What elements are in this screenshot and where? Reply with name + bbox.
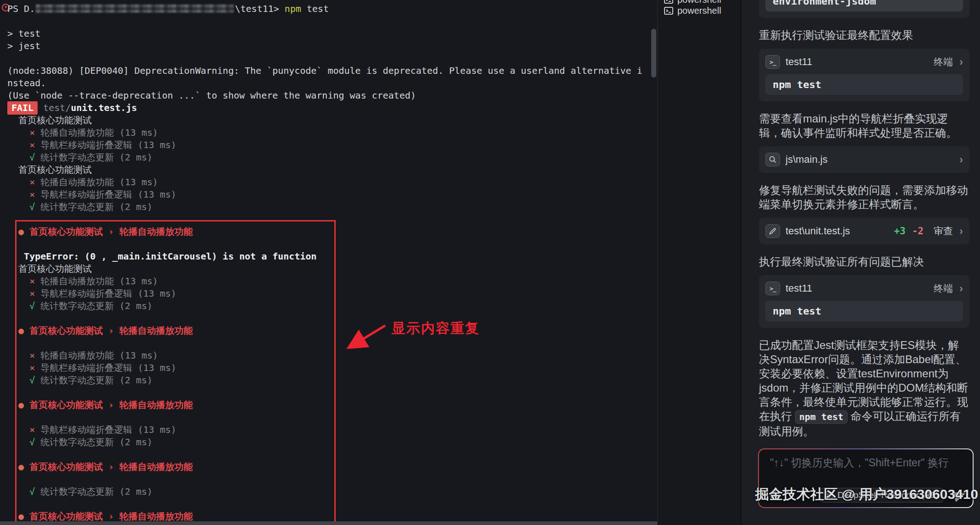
file-card-row: js\main.js› [765, 153, 963, 166]
terminal-line: × 轮播自动播放功能 (13 ms) [7, 127, 657, 139]
terminal-icon [664, 0, 673, 4]
chevron-right-icon[interactable]: › [959, 283, 963, 294]
code-block: npm test [765, 301, 963, 321]
chat-input[interactable] [769, 455, 963, 482]
terminal-chip: >_ [765, 282, 780, 295]
chevron-right-icon[interactable]: › [959, 154, 963, 165]
terminal-list-item[interactable]: powershell [664, 0, 721, 5]
terminal-icon: >_ [770, 285, 776, 292]
terminal-list-label: powershell [677, 6, 721, 16]
terminal-line [7, 52, 657, 65]
terminal-chip: >_ [765, 55, 780, 69]
annotation-arrow-icon [339, 320, 394, 357]
terminal-list-label: powershell [677, 0, 721, 5]
diff-added: +3 [894, 226, 905, 237]
error-highlight-box [15, 220, 336, 525]
terminal-line: PS D.\test11> npm test [7, 3, 657, 15]
assistant-paragraph: 需要查看main.js中的导航栏折叠实现逻辑，确认事件监听和样式处理是否正确。 [759, 111, 969, 140]
terminal-line: (node:38088) [DEP0040] DeprecationWarnin… [7, 65, 657, 77]
review-action[interactable]: 审查 [934, 225, 953, 238]
file-card-row: test\unit.test.js+3-2审查› [765, 224, 963, 238]
file-card[interactable]: test\unit.test.js+3-2审查› [759, 218, 969, 244]
assistant-paragraph: 执行最终测试验证所有问题已解决 [759, 254, 969, 269]
terminal-icon: >_ [770, 59, 776, 66]
assistant-conversation: environment-jsdom重新执行测试验证最终配置效果>_test11终… [759, 0, 969, 462]
terminal-list-item[interactable]: powershell [664, 6, 721, 16]
pencil-chip [765, 224, 780, 238]
annotation-text: 显示内容重复 [392, 319, 480, 338]
terminal-vertical-scrollbar[interactable] [651, 29, 656, 77]
file-card-label: test\unit.test.js [786, 225, 888, 237]
file-card-label: js\main.js [786, 154, 953, 166]
terminal-line: > test [7, 28, 657, 40]
terminal-card-header: >_test11终端› [765, 282, 963, 295]
chevron-right-icon[interactable]: › [959, 226, 963, 237]
terminal-pane[interactable]: × PS D.\test11> npm test > test> jest (n… [0, 0, 657, 525]
redacted-path [36, 4, 234, 13]
terminal-line: × 轮播自动播放功能 (13 ms) [7, 176, 657, 188]
terminal-line [7, 15, 657, 28]
pencil-icon [769, 227, 777, 235]
terminal-card[interactable]: >_test11终端›npm test [759, 275, 969, 328]
terminal-horizontal-scrollbar[interactable] [0, 521, 657, 525]
code-block: npm test [765, 74, 963, 95]
diff-removed: -2 [912, 226, 924, 237]
terminal-line: 首页核心功能测试 [7, 164, 657, 176]
assistant-panel: environment-jsdom重新执行测试验证最终配置效果>_test11终… [741, 0, 980, 525]
assistant-paragraph: 修复导航栏测试失败的问题，需要添加移动端菜单切换元素并修正样式断言。 [759, 183, 969, 211]
search-chip [765, 153, 780, 166]
terminal-list-panel: powershell powershell [657, 0, 741, 525]
assistant-paragraph: 重新执行测试验证最终配置效果 [759, 28, 969, 42]
terminal-line: √ 统计数字动态更新 (2 ms) [7, 151, 657, 164]
terminal-line: (Use `node --trace-deprecation ...` to s… [7, 89, 657, 102]
assistant-paragraph: 已成功配置Jest测试框架支持ES模块，解决SyntaxError问题。通过添加… [759, 338, 969, 438]
terminal-card-title: test11 [786, 56, 928, 68]
terminal-line: 首页核心功能测试 [7, 114, 657, 127]
code-card-partial: environment-jsdom [759, 0, 969, 18]
app-window: × PS D.\test11> npm test > test> jest (n… [0, 0, 980, 525]
terminal-line: × 导航栏移动端折叠逻辑 (13 ms) [7, 188, 657, 201]
terminal-line: FAIL test/unit.test.js [7, 102, 657, 114]
terminal-line: > jest [7, 40, 657, 52]
inline-code-chip: npm test [795, 410, 847, 424]
code-block: environment-jsdom [765, 0, 963, 11]
terminal-card-header: >_test11终端› [765, 55, 963, 69]
chevron-right-icon[interactable]: › [959, 56, 963, 67]
terminal-card-tag: 终端 [934, 55, 953, 68]
search-icon [769, 155, 777, 164]
terminal-card[interactable]: >_test11终端›npm test [759, 49, 969, 101]
file-card[interactable]: js\main.js› [759, 146, 969, 173]
terminal-card-title: test11 [786, 282, 928, 294]
terminal-icon [664, 7, 673, 15]
terminal-card-tag: 终端 [934, 282, 953, 295]
watermark-text: 掘金技术社区 @ 用户391630603410 [755, 485, 978, 504]
terminal-line: √ 统计数字动态更新 (2 ms) [7, 201, 657, 213]
terminal-line: nstead. [7, 77, 657, 89]
terminal-line: × 导航栏移动端折叠逻辑 (13 ms) [7, 139, 657, 151]
